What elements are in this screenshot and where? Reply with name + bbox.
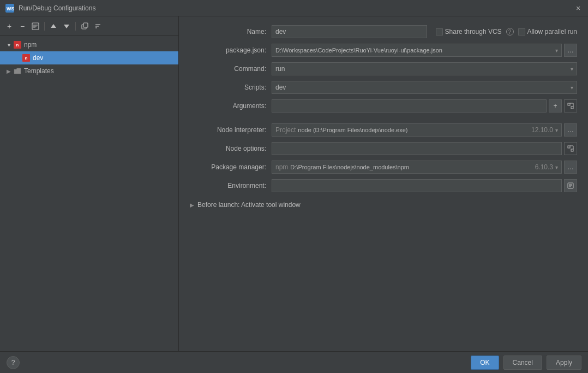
node-interpreter-browse-button[interactable]: … [564, 123, 577, 137]
node-options-input[interactable] [272, 142, 562, 155]
ok-button[interactable]: OK [471, 356, 499, 370]
arguments-label: Arguments: [190, 102, 272, 110]
scripts-arrow: ▾ [571, 85, 573, 91]
allow-parallel-checkbox-container[interactable]: Allow parallel run [518, 28, 577, 35]
node-interpreter-field[interactable]: Project node (D:\Program Files\nodejs\no… [272, 123, 562, 137]
package-manager-label: Package manager: [190, 163, 272, 171]
remove-button[interactable]: − [16, 20, 28, 32]
help-button[interactable]: ? [7, 356, 20, 369]
command-control: run ▾ [272, 62, 577, 75]
tree-arrow-templates: ▶ [4, 68, 13, 74]
before-launch-section[interactable]: ▶ Before launch: Activate tool window [190, 201, 577, 209]
scripts-control: dev ▾ [272, 81, 577, 94]
interpreter-path-value: node (D:\Program Files\nodejs\node.exe) [298, 127, 529, 133]
arguments-input[interactable] [272, 99, 547, 113]
environment-input[interactable] [272, 179, 562, 192]
add-button[interactable]: + [3, 20, 15, 32]
package-json-label-text: package.json: [226, 46, 266, 54]
svg-rect-17 [568, 146, 570, 148]
tree-arrow-npm: ▾ [4, 42, 13, 48]
node-interpreter-label: Node interpreter: [190, 126, 272, 134]
edit-templates-button[interactable] [29, 20, 41, 32]
toolbar: + − [0, 16, 178, 36]
package-json-control: D:\Workspaces\CodeProjects\RuoYi-Vue\ruo… [272, 44, 577, 57]
apply-button[interactable]: Apply [547, 356, 581, 370]
node-options-row: Node options: [190, 142, 577, 155]
tree-item-templates[interactable]: ▶ Templates [0, 64, 178, 78]
templates-folder-icon [13, 67, 22, 75]
tree-item-dev[interactable]: n dev [0, 51, 178, 64]
move-down-button[interactable] [61, 20, 73, 32]
copy-button[interactable] [79, 20, 91, 32]
package-manager-field[interactable]: npm D:\Program Files\nodejs\node_modules… [272, 161, 562, 174]
package-json-arrow: ▾ [555, 48, 558, 54]
dialog-title: Run/Debug Configurations [19, 4, 574, 12]
arguments-control: + [272, 99, 577, 113]
environment-control [272, 179, 577, 192]
command-label: Command: [190, 65, 272, 73]
move-up-button[interactable] [47, 20, 59, 32]
ws-icon: WS [5, 4, 14, 13]
bottom-bar: ? OK Cancel Apply [0, 351, 588, 373]
arguments-add-button[interactable]: + [549, 99, 562, 113]
name-input[interactable] [272, 25, 427, 38]
svg-marker-7 [64, 25, 69, 28]
package-manager-arrow: ▾ [555, 164, 558, 170]
command-row: Command: run ▾ [190, 62, 577, 75]
node-options-control [272, 142, 577, 155]
interpreter-type-label: Project [275, 126, 296, 134]
package-json-dropdown[interactable]: D:\Workspaces\CodeProjects\RuoYi-Vue\ruo… [272, 44, 562, 57]
package-json-row: package.json: D:\Workspaces\CodeProjects… [190, 44, 577, 57]
node-options-label: Node options: [190, 145, 272, 152]
command-value: run [275, 65, 285, 73]
package-json-browse-button[interactable]: … [564, 44, 577, 57]
allow-parallel-label: Allow parallel run [527, 28, 577, 35]
sort-button[interactable] [92, 20, 104, 32]
cancel-button[interactable]: Cancel [503, 356, 542, 370]
dev-npm-icon: n [22, 54, 31, 62]
package-manager-browse-button[interactable]: … [564, 161, 577, 174]
share-vcs-label: Share through VCS [445, 28, 502, 35]
scripts-value: dev [275, 84, 286, 91]
command-dropdown[interactable]: run ▾ [272, 62, 577, 75]
svg-rect-13 [568, 103, 570, 105]
svg-rect-14 [571, 106, 573, 109]
before-launch-arrow: ▶ [190, 202, 194, 208]
node-interpreter-control: Project node (D:\Program Files\nodejs\no… [272, 123, 577, 137]
npm-icon: n [13, 40, 22, 49]
scripts-row: Scripts: dev ▾ [190, 81, 577, 94]
toolbar-separator [44, 22, 45, 31]
interpreter-version-value: 12.10.0 [531, 126, 553, 134]
allow-parallel-checkbox[interactable] [518, 28, 525, 35]
scripts-dropdown[interactable]: dev ▾ [272, 81, 577, 94]
share-vcs-checkbox[interactable] [436, 28, 443, 35]
name-label: Name: [190, 28, 272, 35]
package-manager-row: Package manager: npm D:\Program Files\no… [190, 161, 577, 174]
package-json-label: package.json: [190, 46, 272, 54]
environment-edit-button[interactable] [564, 179, 577, 192]
left-panel: + − [0, 16, 179, 351]
svg-text:WS: WS [7, 6, 14, 11]
separator-1 [190, 118, 577, 123]
vcs-help-icon[interactable]: ? [506, 28, 514, 35]
share-vcs-checkbox-container[interactable]: Share through VCS [436, 28, 502, 35]
arguments-expand-button[interactable] [564, 99, 577, 113]
bottom-actions: OK Cancel Apply [471, 356, 581, 370]
close-button[interactable]: × [574, 4, 583, 13]
tree-label-npm: npm [24, 41, 37, 49]
tree-label-dev: dev [33, 54, 43, 62]
arguments-row: Arguments: + [190, 99, 577, 113]
tree-item-npm[interactable]: ▾ n npm [0, 38, 178, 51]
node-options-expand-button[interactable] [564, 142, 577, 155]
scripts-label: Scripts: [190, 84, 272, 91]
environment-label: Environment: [190, 182, 272, 190]
interpreter-dropdown-arrow: ▾ [555, 127, 558, 133]
svg-rect-9 [83, 23, 88, 27]
package-manager-version: 6.10.3 [535, 163, 553, 171]
svg-marker-6 [51, 24, 56, 28]
toolbar-separator-2 [75, 22, 76, 31]
node-interpreter-row: Node interpreter: Project node (D:\Progr… [190, 123, 577, 137]
package-json-value: D:\Workspaces\CodeProjects\RuoYi-Vue\ruo… [275, 47, 442, 54]
title-bar: WS Run/Debug Configurations × [0, 0, 588, 16]
package-manager-type: npm [275, 163, 288, 171]
